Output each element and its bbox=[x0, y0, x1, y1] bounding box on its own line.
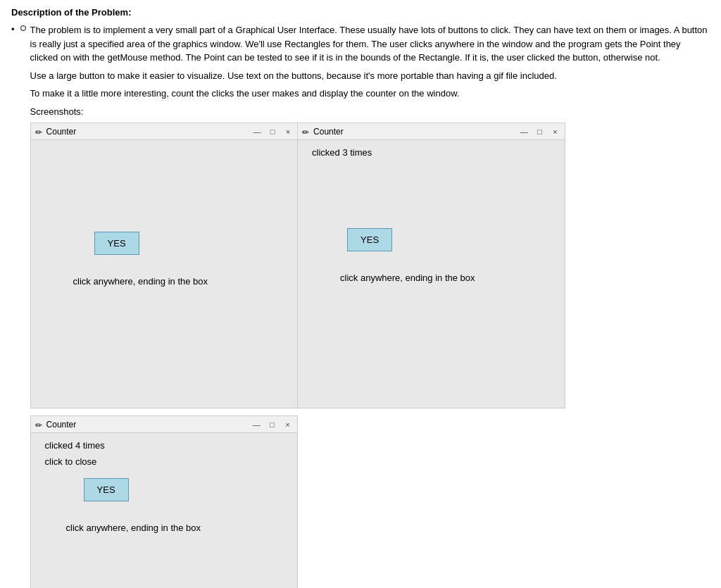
bottom-window: ✏ Counter — □ × clicked 4 times click to… bbox=[30, 415, 298, 588]
top-right-hint: click anywhere, ending in the box bbox=[340, 273, 551, 283]
top-left-minimize[interactable]: — bbox=[252, 127, 262, 136]
top-right-restore[interactable]: □ bbox=[535, 127, 545, 136]
top-left-content: YES click anywhere, ending in the box bbox=[31, 140, 298, 408]
screenshots-label: Screenshots: bbox=[30, 105, 710, 119]
top-left-window: ✏ Counter — □ × YES click anywhere, endi… bbox=[31, 123, 299, 408]
bottom-status: clicked 4 times bbox=[45, 440, 283, 451]
top-right-content: clicked 3 times YES click anywhere, endi… bbox=[298, 140, 565, 408]
top-windows-row: ✏ Counter — □ × YES click anywhere, endi… bbox=[31, 123, 565, 408]
pencil-icon-left: ✏ bbox=[35, 127, 44, 136]
description-header: Description of the Problem: bbox=[11, 7, 710, 18]
bottom-minimize[interactable]: — bbox=[252, 420, 262, 429]
bottom-title: Counter bbox=[46, 420, 246, 430]
bottom-content: clicked 4 times click to close YES click… bbox=[31, 433, 297, 588]
top-left-yes-button[interactable]: YES bbox=[94, 232, 139, 255]
top-left-restore[interactable]: □ bbox=[268, 127, 277, 136]
bottom-hint: click anywhere, ending in the box bbox=[66, 523, 283, 533]
top-right-minimize[interactable]: — bbox=[520, 127, 529, 136]
pencil-icon-right: ✏ bbox=[302, 127, 311, 136]
bottom-titlebar: ✏ Counter — □ × bbox=[31, 416, 297, 433]
bottom-close-hint: click to close bbox=[45, 456, 283, 467]
bottom-yes-button[interactable]: YES bbox=[84, 478, 129, 501]
top-left-hint: click anywhere, ending in the box bbox=[73, 276, 284, 287]
top-left-titlebar: ✏ Counter — □ × bbox=[31, 123, 298, 140]
pencil-icon-bottom: ✏ bbox=[35, 420, 44, 429]
screenshots-container: ✏ Counter — □ × YES click anywhere, endi… bbox=[30, 123, 565, 408]
paragraph2: Use a large button to make it easier to … bbox=[30, 69, 710, 83]
bullet-circle-icon bbox=[20, 25, 26, 31]
bullet-content: The problem is to implement a very small… bbox=[30, 23, 710, 588]
top-right-window: ✏ Counter — □ × clicked 3 times YES clic… bbox=[298, 123, 565, 408]
top-right-title: Counter bbox=[313, 127, 514, 137]
bottom-restore[interactable]: □ bbox=[268, 420, 277, 429]
top-right-close[interactable]: × bbox=[551, 127, 560, 136]
top-right-titlebar: ✏ Counter — □ × bbox=[298, 123, 565, 140]
bottom-close[interactable]: × bbox=[283, 420, 293, 429]
paragraph1: The problem is to implement a very small… bbox=[30, 23, 710, 65]
top-right-yes-button[interactable]: YES bbox=[347, 228, 392, 251]
bullet-dot: • bbox=[11, 24, 15, 35]
paragraph3: To make it a little more interesting, co… bbox=[30, 87, 710, 101]
top-left-title: Counter bbox=[46, 127, 247, 137]
top-right-status: clicked 3 times bbox=[312, 147, 551, 158]
top-left-close[interactable]: × bbox=[283, 127, 293, 136]
